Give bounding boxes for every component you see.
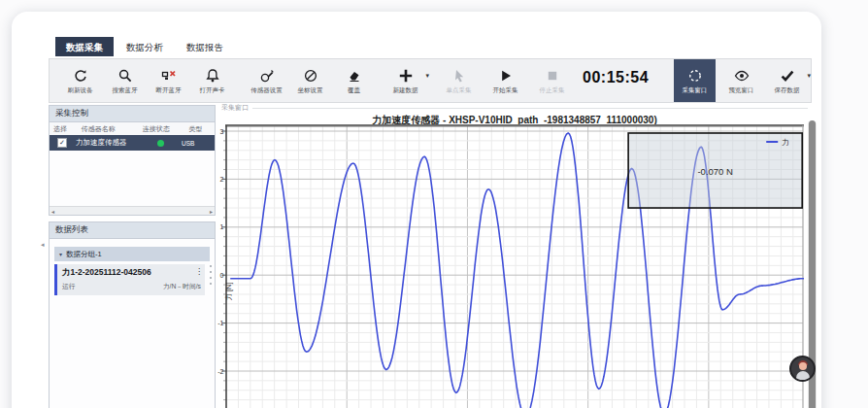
capture-window-label: 采集窗口 xyxy=(683,86,708,95)
tab-bar: 数据采集数据分析数据报告 xyxy=(55,37,234,56)
disconnect-bluetooth-label: 断开蓝牙 xyxy=(156,86,182,95)
axis-config-icon xyxy=(303,66,318,85)
svg-text:1: 1 xyxy=(220,223,224,230)
play-icon xyxy=(498,66,514,85)
app-window: 数据采集数据分析数据报告 刷新设备搜索蓝牙断开蓝牙打开声卡传感器设置坐标设置覆盖… xyxy=(12,12,821,408)
data-group-header[interactable]: ▾ 数据分组-1 xyxy=(54,247,210,261)
eraser-icon xyxy=(347,66,362,85)
column-header: 类型 xyxy=(184,124,215,134)
svg-text:-1: -1 xyxy=(217,320,223,326)
sensor-type: USB xyxy=(182,140,194,147)
stop-icon xyxy=(545,66,560,85)
axis-settings-button[interactable]: 坐标设置 xyxy=(289,59,331,102)
sensor-row[interactable]: ✓力加速度传感器USB xyxy=(50,135,215,151)
sensor-table-body: ✓力加速度传感器USB xyxy=(50,135,215,151)
scroll-left-icon[interactable]: ◂ xyxy=(51,208,54,215)
toolbar: 刷新设备搜索蓝牙断开蓝牙打开声卡传感器设置坐标设置覆盖▾新建数据单点采集开始采集… xyxy=(49,58,812,103)
dropdown-caret-icon[interactable]: ▾ xyxy=(808,72,812,80)
collection-control-panel: 采集控制 选择传感器名称连接状态类型 ✓力加速度传感器USB ◂ ▸ xyxy=(49,105,216,216)
overlay-button[interactable]: 覆盖 xyxy=(333,59,375,102)
search-bluetooth-button[interactable]: 搜索蓝牙 xyxy=(104,59,146,102)
refresh-device-button[interactable]: 刷新设备 xyxy=(59,59,101,102)
sensor-name: 力加速度传感器 xyxy=(67,138,144,148)
legend-label: 力 xyxy=(782,138,789,147)
horizontal-scrollbar[interactable]: ◂ ▸ xyxy=(50,206,215,215)
dropdown-caret-icon[interactable]: ▾ xyxy=(425,72,429,80)
save-data-label: 保存数据 xyxy=(775,86,800,95)
data-list-title: 数据列表 xyxy=(50,222,215,239)
data-list-panel: 数据列表 ▾ 数据分组-1 力1-2-20251112-042506⋮运行力/N… xyxy=(49,221,216,408)
sensor-settings-label: 传感器设置 xyxy=(250,86,283,95)
check-icon xyxy=(780,66,795,85)
bell-icon xyxy=(205,66,220,85)
y-axis-label: 力 [N] xyxy=(224,282,233,300)
column-header: 传感器名称 xyxy=(78,124,139,134)
new-data-button[interactable]: ▾新建数据 xyxy=(384,59,426,102)
refresh-icon xyxy=(73,66,88,85)
svg-text:0: 0 xyxy=(220,272,224,279)
single-point-capture-label: 单点采集 xyxy=(447,86,472,95)
sensor-checkbox[interactable]: ✓ xyxy=(57,138,67,148)
plus-icon xyxy=(398,66,414,85)
capture-window-label: 采集窗口 xyxy=(221,103,249,113)
scroll-right-icon[interactable]: ▸ xyxy=(210,208,213,215)
new-data-label: 新建数据 xyxy=(393,86,418,95)
capture-window-panel: 采集窗口 力加速度传感器 - XHSP-V10HID_path_-1981348… xyxy=(221,103,808,408)
disconnect-bluetooth-button[interactable]: 断开蓝牙 xyxy=(148,59,189,102)
pointer-icon xyxy=(451,66,467,85)
tab-data-analysis[interactable]: 数据分析 xyxy=(116,37,174,56)
single-point-capture-button[interactable]: 单点采集 xyxy=(438,59,480,102)
overlay-label: 覆盖 xyxy=(348,86,360,95)
svg-text:2: 2 xyxy=(220,176,224,183)
stop-capture-button[interactable]: 停止采集 xyxy=(531,59,573,102)
open-soundcard-label: 打开声卡 xyxy=(200,86,225,95)
data-item-axes: 力/N－时间/s xyxy=(163,282,201,291)
search-bluetooth-label: 搜索蓝牙 xyxy=(113,86,138,95)
sensor-config-icon xyxy=(259,66,275,85)
data-item-title: 力1-2-20251112-042506 xyxy=(62,267,201,279)
stop-capture-label: 停止采集 xyxy=(540,86,565,95)
data-group-label: 数据分组-1 xyxy=(66,250,102,259)
svg-text:3: 3 xyxy=(220,128,224,135)
save-data-button[interactable]: ▾保存数据 xyxy=(766,59,808,102)
capture-timer: 00:15:54 xyxy=(583,69,649,86)
chart-plot-area[interactable]: 3210-1-2力 [N]-0.070 N力 xyxy=(225,124,804,408)
sensor-settings-button[interactable]: 传感器设置 xyxy=(246,59,287,102)
preview-window-label: 预览窗口 xyxy=(729,86,754,95)
column-header: 连接状态 xyxy=(139,124,185,134)
capture-window-button[interactable]: 采集窗口 xyxy=(674,59,716,102)
data-list-items: 力1-2-20251112-042506⋮运行力/N－时间/s xyxy=(50,264,215,295)
start-capture-label: 开始采集 xyxy=(493,86,518,95)
sensor-table-header: 选择传感器名称连接状态类型 xyxy=(50,122,215,135)
panel-collapse-icon[interactable]: ◂ xyxy=(41,241,45,249)
search-icon xyxy=(117,66,133,85)
status-dot xyxy=(157,140,164,147)
chevron-down-icon: ▾ xyxy=(59,251,62,257)
open-soundcard-button[interactable]: 打开声卡 xyxy=(191,59,233,102)
start-capture-button[interactable]: 开始采集 xyxy=(484,59,526,102)
annotation-value: -0.070 N xyxy=(697,166,733,177)
bt-disconnect-icon xyxy=(161,66,177,85)
axis-settings-label: 坐标设置 xyxy=(298,86,323,95)
column-header: 选择 xyxy=(50,124,78,134)
eye-icon xyxy=(734,66,750,85)
dashed-circle-icon xyxy=(687,66,703,85)
data-list-item[interactable]: 力1-2-20251112-042506⋮运行力/N－时间/s xyxy=(54,264,205,295)
capture-window-groupbox: 采集窗口 xyxy=(221,103,808,113)
clear-data-button[interactable]: 清除数据 xyxy=(814,59,821,102)
more-icon[interactable]: ⋮ xyxy=(195,267,203,276)
preview-window-button[interactable]: 预览窗口 xyxy=(720,59,762,102)
tab-data-collection[interactable]: 数据采集 xyxy=(55,37,114,56)
refresh-device-label: 刷新设备 xyxy=(68,86,93,95)
svg-text:-2: -2 xyxy=(217,368,223,375)
groupbox-rule xyxy=(252,108,808,109)
data-item-status: 运行 xyxy=(62,282,76,291)
tab-data-report[interactable]: 数据报告 xyxy=(176,37,234,56)
collection-control-title: 采集控制 xyxy=(50,106,215,122)
assistant-avatar-button[interactable] xyxy=(789,356,816,382)
list-scroll-handle[interactable] xyxy=(210,265,212,285)
